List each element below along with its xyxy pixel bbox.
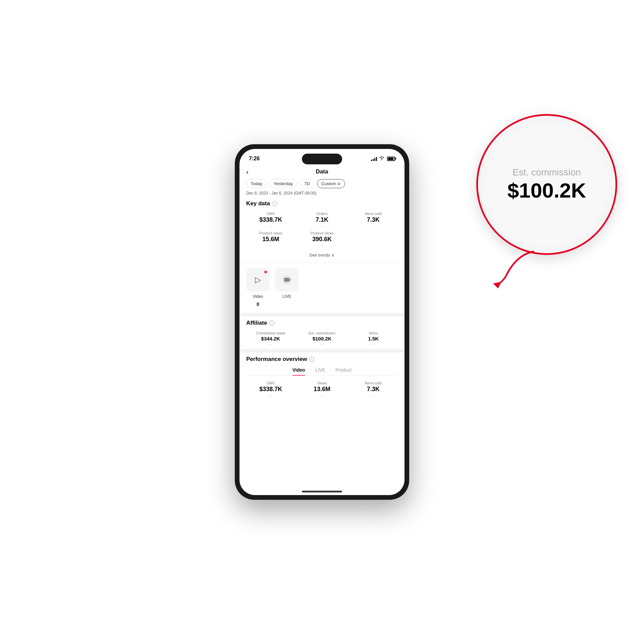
date-range: Dec 8, 2023 - Jan 6, 2024 (GMT-08:00) (246, 191, 398, 196)
affiliate-title: Affiliate i (246, 320, 398, 326)
video-notification-dot (264, 271, 267, 273)
metric-product-clicks: Product clicks 390.6K -- (298, 231, 347, 247)
metric-views-change: -- (246, 244, 296, 247)
performance-info-icon[interactable]: i (309, 357, 314, 362)
key-data-info-icon[interactable]: i (272, 201, 277, 206)
affiliate-info-icon[interactable]: i (269, 320, 274, 326)
page-header: ‹ Data (246, 166, 398, 179)
metric-items-sold: Items sold 7.3K (348, 212, 398, 228)
magnify-value: $100.2K (507, 179, 586, 202)
filter-today[interactable]: Today (246, 179, 267, 188)
section-divider (239, 313, 405, 316)
metric-views-label: Product views (246, 231, 296, 235)
phone-shell: 7:26 (235, 144, 409, 500)
page-title: Data (316, 168, 328, 175)
divider-1 (239, 262, 405, 263)
magnify-label: Est. commission (513, 167, 581, 178)
video-tab-icon: ▷ (246, 268, 270, 291)
affiliate-items: Items 1.5K -- (349, 331, 398, 346)
affiliate-est-commission: Est. commission $100.2K -- (298, 331, 346, 346)
metric-items-value: 7.3K (348, 216, 398, 223)
filter-custom[interactable]: Custom ∨ (317, 179, 345, 188)
video-tab-count: 0 (257, 302, 259, 307)
items-value: 1.5K (349, 336, 398, 341)
metric-views-value: 15.6M (246, 236, 296, 243)
live-tab-icon (275, 268, 299, 291)
metric-orders-value: 7.1K (298, 216, 347, 223)
status-icons (371, 156, 395, 161)
metric-orders: Orders 7.1K -- (298, 212, 347, 228)
see-trends-button[interactable]: See trends ∨ (246, 251, 398, 261)
affiliate-commission-base: Commission base $344.2K -- (246, 331, 295, 346)
commission-base-value: $344.2K (246, 336, 295, 341)
metric-product-views: Product views 15.6M -- (246, 231, 296, 247)
filter-7d[interactable]: 7D (300, 179, 314, 188)
play-icon: ▷ (255, 275, 261, 284)
video-tab-label: Video (253, 294, 263, 299)
red-arrow-overlay (486, 245, 540, 293)
battery-icon (387, 157, 395, 161)
affiliate-grid: Commission base $344.2K -- Est. commissi… (246, 331, 398, 346)
filter-yesterday[interactable]: Yesterday (269, 179, 297, 188)
home-indicator (302, 491, 342, 492)
performance-title: Performance overview i (246, 356, 398, 363)
perf-tab-live[interactable]: LIVE (315, 367, 325, 375)
phone-screen: 7:26 (239, 149, 405, 495)
scene: 7:26 (0, 0, 644, 644)
filter-tabs: Today Yesterday 7D Custom ∨ (246, 179, 398, 188)
content-type-tabs: ▷ Video 0 (246, 264, 398, 310)
section-divider-2 (239, 349, 405, 353)
live-tab-item[interactable]: LIVE (275, 268, 299, 307)
metric-gmv-label: GMV (246, 212, 296, 216)
perf-tab-video[interactable]: Video (292, 367, 305, 375)
perf-items-sold: Items sold 7.3K -- (348, 381, 398, 397)
svg-rect-1 (284, 278, 289, 282)
perf-views: Views 13.6M -- (298, 381, 347, 397)
metric-gmv: GMV $338.7K -- (246, 212, 296, 228)
magnify-overlay: Est. commission $100.2K (476, 114, 617, 255)
key-data-title: Key data i (246, 200, 398, 207)
video-tab-item[interactable]: ▷ Video 0 (246, 268, 270, 307)
performance-metrics: GMV $338.7K -- Views 13.6M -- Items sold… (246, 381, 398, 397)
metric-clicks-label: Product clicks (298, 231, 347, 235)
svg-marker-4 (493, 282, 501, 288)
signal-icon (371, 156, 377, 161)
back-button[interactable]: ‹ (246, 168, 249, 176)
status-time: 7:26 (249, 156, 260, 162)
metric-gmv-change: -- (246, 224, 296, 228)
metric-clicks-value: 390.6K (298, 236, 347, 243)
metric-orders-change: -- (298, 224, 347, 228)
live-tab-label: LIVE (282, 294, 291, 299)
metric-orders-label: Orders (298, 212, 347, 216)
perf-tab-product[interactable]: Product (335, 367, 352, 375)
metric-items-label: Items sold (348, 212, 398, 216)
performance-tabs: Video LIVE Product (246, 367, 398, 376)
items-label: Items (349, 331, 398, 335)
commission-base-label: Commission base (246, 331, 295, 335)
metric-gmv-value: $338.7K (246, 216, 296, 223)
chevron-down-icon: ∨ (337, 181, 341, 186)
wifi-icon (379, 156, 384, 161)
chevron-down-icon: ∨ (331, 253, 335, 258)
perf-gmv: GMV $338.7K -- (246, 381, 296, 397)
est-commission-label: Est. commission (298, 331, 346, 335)
est-commission-value: $100.2K (298, 336, 346, 341)
key-data-grid: GMV $338.7K -- Orders 7.1K -- Items sold… (246, 212, 398, 247)
screen-content: ‹ Data Today Yesterday 7D Custom ∨ Dec 8… (239, 166, 405, 495)
metric-clicks-change: -- (298, 244, 347, 247)
dynamic-island (302, 154, 342, 164)
